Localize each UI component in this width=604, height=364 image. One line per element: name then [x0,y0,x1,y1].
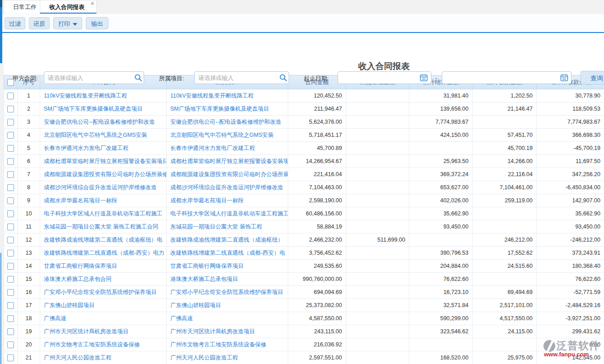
row-checkbox-cell [4,338,18,351]
row-checkbox[interactable] [7,132,14,139]
contract-cell: 成都杜甫草堂临时展厅独立展柜报警设备安装项目 [40,155,167,168]
row-checkbox[interactable] [7,302,14,309]
project-link[interactable]: 成都能源建设集团投资有限公司临时办公场所装修 [170,171,288,177]
project-link[interactable]: 广州天河人民公园改造工程 [170,355,238,361]
contract-link[interactable]: 广州天河人民公园改造工程 [44,355,112,361]
close-icon[interactable]: × [91,1,94,6]
calendar-icon[interactable] [420,74,428,82]
row-checkbox[interactable] [7,224,14,230]
contract-filter-input[interactable] [44,71,144,84]
export-button[interactable]: 输出 [86,17,108,29]
contract-cell: 广佛高速 [40,312,167,325]
contract-link[interactable]: 成都水岸华庭名苑项目一标段 [44,197,117,204]
settled-amount: 168,520.00 [409,351,473,364]
search-icon[interactable] [279,74,287,82]
row-checkbox[interactable] [7,341,14,348]
project-link[interactable]: 广安邓小平纪念馆安全防范系统维护保养项目 [170,289,283,295]
contract-link[interactable]: 广东佛山碧桂园项目 [44,302,95,308]
project-link[interactable]: 港珠澳大桥施工总承包项目 [170,276,238,282]
row-checkbox[interactable] [7,197,14,204]
contract-link[interactable]: 广佛高速 [44,315,66,322]
row-checkbox[interactable] [7,250,14,257]
project-link[interactable]: 改建铁路线增建第二线直通线（成都-西安）电 [170,250,285,256]
contract-amount: 45,700.89 [288,142,346,155]
row-checkbox[interactable] [7,171,14,178]
row-checkbox[interactable] [7,263,14,270]
contract-link[interactable]: 成都能源建设集团投资有限公司临时办公场所装修 [44,171,167,177]
project-link[interactable]: 广东佛山碧桂园项目 [170,302,221,308]
contract-link[interactable]: 港珠澳大桥施工总承包合同 [44,276,112,282]
project-link[interactable]: 广州市文物考古工地安防系统设备保修 [170,341,267,348]
project-cell: 北京朝阳区电气中芯特气系统之GMS安装 [167,129,288,142]
contract-link[interactable]: 广安邓小平纪念馆安全防范系统维护保养项目 [44,289,157,295]
contract-link[interactable]: 110kV安徽线程集变开断线路工程 [44,93,127,99]
project-link[interactable]: 成都水岸华庭名苑项目一标段 [170,197,244,204]
contract-cell: 110kV安徽线程集变开断线路工程 [40,89,167,103]
project-link[interactable]: 甘肃省工商银行网络保养项目 [170,263,244,269]
contract-link[interactable]: 北京朝阳区电气中芯特气系统之GMS安装 [44,132,147,138]
row-checkbox[interactable] [7,237,14,243]
row-checkbox[interactable] [7,210,14,217]
settled-amount [409,338,473,351]
row-checkbox-cell [4,168,18,181]
date-range-label: 起止日期: [304,75,329,83]
row-checkbox-cell [4,155,18,168]
project-link[interactable]: 广州市天河区统计局机房改造项目 [170,328,255,335]
contract-link[interactable]: 电子科技大学区域人行道及非机动车道工程施工 [44,210,163,217]
row-checkbox[interactable] [7,289,14,296]
row-checkbox[interactable] [7,119,14,126]
print-button[interactable]: 打印 [53,17,82,29]
contract-link[interactable]: 改建铁路线增建第二线直通线（成都-西安）电力 [44,250,164,256]
contract-link[interactable]: 广州市文物考古工地安防系统设备保修 [44,341,140,348]
date-start-input[interactable] [337,71,431,84]
row-checkbox[interactable] [7,355,14,361]
restore-button[interactable]: 还原 [29,17,50,29]
row-checkbox-cell [4,181,18,194]
contract-link[interactable]: 改建铁路成渝线增建第二直通线（成渝枢纽）电 [44,237,163,243]
row-checkbox[interactable] [7,328,14,335]
row-checkbox[interactable] [7,93,14,99]
row-checkbox[interactable] [7,106,14,112]
received-amount [473,116,537,129]
settled-amount: 590,299.00 [409,312,473,325]
contract-link[interactable]: 甘肃省工商银行网络保养项目 [44,263,117,269]
project-link[interactable]: 长春市伊通河水力发电厂改建工程 [170,145,255,151]
tab-income-contract-report[interactable]: 收入合同报表 × [40,0,97,14]
row-checkbox[interactable] [7,158,14,165]
settled-amount: 32,571.84 [409,299,473,312]
query-button[interactable]: 查询 [581,71,604,84]
contract-link[interactable]: 长春市伊通河水力发电厂改建工程 [44,145,129,151]
row-checkbox[interactable] [7,145,14,152]
project-filter-input[interactable] [194,71,289,84]
date-end-input[interactable] [442,71,571,84]
table-row: 10电子科技大学区域人行道及非机动车道工程施工电子科技大学区域人行道及非机动车道… [4,207,604,220]
contract-link[interactable]: 成都杜甫草堂临时展厅独立展柜报警设备安装项目 [44,158,167,164]
contract-link[interactable]: 东城花园一期项目公寓大堂 装饰工程施工合同 [44,224,158,230]
contract-link[interactable]: 安徽合肥供电公司--配电设备检修维护和改造 [44,119,155,125]
project-link[interactable]: 广佛高速 [170,315,193,322]
project-link[interactable]: 东城花园一期项目公寓大堂 装饰工程 [170,224,262,230]
project-link[interactable]: 成都杜甫草堂临时展厅独立展柜报警设备安装项目 [170,158,288,164]
settled-amount: 31,981.40 [409,89,473,103]
row-checkbox[interactable] [7,315,14,322]
filter-button[interactable]: 过滤 [5,17,25,29]
contract-link[interactable]: SM广场地下车库更换摄像机及硬盘项目 [44,106,143,112]
project-link[interactable]: SM广场地下车库更换摄像机及硬盘项目 [170,106,269,112]
contract-link[interactable]: 广州市天河区统计局机房改造项目 [44,328,129,335]
change-amount [346,260,409,273]
project-link[interactable]: 电子科技大学区域人行道及非机动车道工程施工 [170,210,288,217]
project-link[interactable]: 北京朝阳区电气中芯特气系统之GMS安装 [170,132,273,138]
project-link[interactable]: 成都沙河环境综合提升改造运河护岸维修改造 [170,184,283,191]
row-checkbox[interactable] [7,276,14,283]
contract-link[interactable]: 成都沙河环境综合提升改造运河护岸维修改造 [44,184,157,191]
calendar-icon[interactable] [560,74,568,82]
project-link[interactable]: 安徽合肥供电公司--配电设备检修维护和改造 [170,119,281,125]
row-checkbox[interactable] [7,184,14,191]
project-link[interactable]: 110kV安徽线程集变开断线路工程 [170,93,254,99]
project-cell: 电子科技大学区域人行道及非机动车道工程施工 [167,207,288,220]
search-icon[interactable] [134,74,142,82]
contract-cell: 安徽合肥供电公司--配电设备检修维护和改造 [40,116,167,129]
project-link[interactable]: 改建铁路成渝线增建第二直通线（成渝枢纽） [170,237,283,243]
row-checkbox-cell [4,312,18,325]
received-amount: 7,104,461.00 [473,181,537,194]
